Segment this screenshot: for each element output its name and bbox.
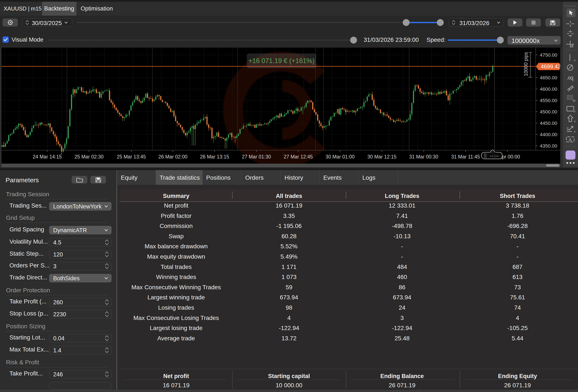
svg-text:25 Mar 13:45: 25 Mar 13:45 <box>117 154 146 160</box>
svg-text:4500.00: 4500.00 <box>540 109 557 115</box>
svg-text:26 Mar 02:00: 26 Mar 02:00 <box>158 154 188 160</box>
svg-text:26 Mar 13:15: 26 Mar 13:15 <box>200 154 229 160</box>
svg-text:27 Mar 01:30: 27 Mar 01:30 <box>242 154 271 160</box>
svg-text:4600.00: 4600.00 <box>540 87 557 92</box>
svg-text:4450.00: 4450.00 <box>540 121 557 126</box>
svg-text:4550.00: 4550.00 <box>540 98 557 103</box>
svg-text:10000 pips: 10000 pips <box>523 52 529 76</box>
svg-text:--:--: --:-- <box>490 153 499 159</box>
svg-text:4400.00: 4400.00 <box>540 132 557 137</box>
svg-text:31 Mar 11:45: 31 Mar 11:45 <box>451 154 480 160</box>
svg-text:4650.00: 4650.00 <box>540 75 557 81</box>
svg-text:4750.00: 4750.00 <box>540 52 557 58</box>
svg-text:27 Mar 12:45: 27 Mar 12:45 <box>284 154 313 160</box>
svg-text:31 Mar 00:30: 31 Mar 00:30 <box>409 154 438 160</box>
svg-text:+16 071.19 € (+161%): +16 071.19 € (+161%) <box>248 57 315 65</box>
svg-text:25 Mar 02:30: 25 Mar 02:30 <box>74 154 104 160</box>
svg-text:24 Mar 14:15: 24 Mar 14:15 <box>33 154 62 160</box>
svg-text:4350.00: 4350.00 <box>540 143 557 149</box>
svg-text:30 Mar 12:15: 30 Mar 12:15 <box>367 154 396 160</box>
svg-text:4699.42: 4699.42 <box>541 63 560 70</box>
svg-text:30 Mar 01:00: 30 Mar 01:00 <box>326 154 355 160</box>
svg-text:E: E <box>572 78 574 82</box>
svg-text:A: A <box>569 137 572 142</box>
